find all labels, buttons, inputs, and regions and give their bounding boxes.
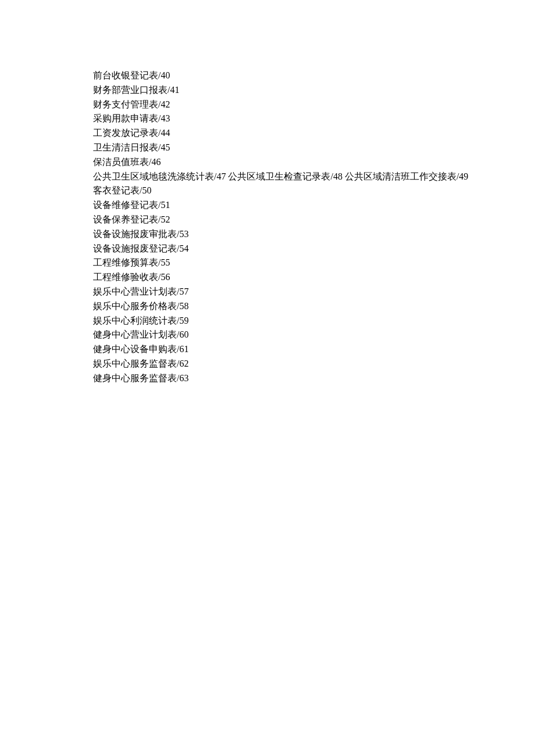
toc-entry: 娱乐中心利润统计表/59 [93, 316, 188, 325]
toc-entry-page: 62 [179, 359, 188, 368]
toc-entry-page: 42 [160, 99, 170, 109]
toc-line: 采购用款申请表/43 [93, 112, 512, 126]
document-page: 前台收银登记表/40财务部营业口报表/41财务支付管理表/42采购用款申请表/4… [0, 0, 535, 386]
toc-line: 健身中心营业计划表/60 [93, 328, 512, 342]
toc-entry-title: 保洁员值班表 [93, 157, 149, 167]
table-of-contents: 前台收银登记表/40财务部营业口报表/41财务支付管理表/42采购用款申请表/4… [93, 69, 512, 386]
toc-line: 设备设施报废审批表/53 [93, 227, 512, 242]
toc-entry-title: 娱乐中心服务价格表 [93, 301, 177, 311]
toc-entry: 公共区域清洁班工作交接表/49 [343, 171, 468, 181]
toc-line: 健身中心服务监督表/63 [93, 371, 512, 386]
toc-entry: 设备设施报废登记表/54 [93, 243, 188, 253]
toc-entry: 娱乐中心服务监督表/62 [93, 359, 188, 368]
toc-line: 财务支付管理表/42 [93, 98, 512, 112]
toc-entry: 设备维修登记表/51 [93, 200, 170, 210]
toc-entry-title: 前台收银登记表 [93, 70, 158, 80]
toc-entry-page: 53 [179, 229, 188, 239]
toc-entry-title: 工程维修验收表 [93, 272, 158, 282]
toc-line: 客衣登记表/50 [93, 184, 512, 198]
toc-entry: 工程维修预算表/55 [93, 257, 170, 267]
toc-entry: 卫生清洁日报表/45 [93, 142, 170, 152]
toc-entry-page: 60 [179, 329, 188, 339]
toc-entry: 设备保养登记表/52 [93, 214, 170, 224]
toc-line: 娱乐中心服务监督表/62 [93, 357, 512, 371]
toc-entry-title: 公共区域清洁班工作交接表 [345, 171, 456, 181]
toc-entry-title: 设备保养登记表 [93, 214, 158, 224]
toc-line: 公共卫生区域地毯洗涤统计表/47公共区域卫生检查记录表/48公共区域清洁班工作交… [93, 170, 512, 184]
toc-entry: 设备设施报废审批表/53 [93, 229, 188, 239]
toc-line: 前台收银登记表/40 [93, 69, 512, 83]
toc-entry-page: 50 [142, 185, 151, 195]
toc-entry-page: 51 [160, 200, 170, 210]
toc-line: 工程维修预算表/55 [93, 256, 512, 270]
toc-entry-title: 客衣登记表 [93, 185, 140, 195]
toc-entry-title: 公共区域卫生检查记录表 [228, 171, 330, 181]
toc-entry: 采购用款申请表/43 [93, 113, 170, 123]
toc-entry-page: 55 [160, 257, 170, 267]
toc-entry-page: 49 [459, 171, 468, 181]
toc-entry: 工程维修验收表/56 [93, 272, 170, 282]
toc-entry-title: 工资发放记录表 [93, 128, 158, 138]
toc-entry-title: 娱乐中心营业计划表 [93, 286, 177, 296]
toc-entry-title: 设备设施报废登记表 [93, 243, 177, 253]
toc-entry-page: 45 [160, 142, 170, 152]
toc-line: 保洁员值班表/46 [93, 155, 512, 170]
toc-entry-title: 工程维修预算表 [93, 257, 158, 267]
toc-entry: 公共卫生区域地毯洗涤统计表/47 [93, 171, 226, 181]
toc-entry-title: 财务部营业口报表 [93, 85, 167, 95]
toc-entry-page: 46 [151, 157, 160, 167]
toc-entry: 工资发放记录表/44 [93, 128, 170, 138]
toc-entry: 财务部营业口报表/41 [93, 85, 179, 95]
toc-entry-page: 58 [179, 301, 188, 311]
toc-entry-title: 娱乐中心服务监督表 [93, 359, 177, 368]
toc-entry-title: 娱乐中心利润统计表 [93, 316, 177, 325]
toc-line: 财务部营业口报表/41 [93, 83, 512, 98]
toc-entry-page: 43 [160, 113, 170, 123]
toc-entry-title: 财务支付管理表 [93, 99, 158, 109]
toc-entry-page: 40 [160, 70, 170, 80]
toc-entry-page: 47 [216, 171, 226, 181]
toc-line: 设备保养登记表/52 [93, 213, 512, 227]
toc-entry: 娱乐中心营业计划表/57 [93, 286, 188, 296]
toc-entry-title: 健身中心设备申购表 [93, 344, 177, 354]
toc-entry-page: 41 [170, 85, 179, 95]
toc-entry-title: 采购用款申请表 [93, 113, 158, 123]
toc-entry-title: 卫生清洁日报表 [93, 142, 158, 152]
toc-line: 工资发放记录表/44 [93, 126, 512, 141]
toc-entry-title: 公共卫生区域地毯洗涤统计表 [93, 171, 214, 181]
toc-entry-page: 63 [179, 373, 188, 383]
toc-entry-page: 54 [179, 243, 188, 253]
toc-entry-page: 56 [160, 272, 170, 282]
toc-line: 设备设施报废登记表/54 [93, 242, 512, 256]
toc-entry: 财务支付管理表/42 [93, 99, 170, 109]
toc-line: 设备维修登记表/51 [93, 198, 512, 213]
toc-line: 娱乐中心服务价格表/58 [93, 299, 512, 314]
toc-entry: 健身中心设备申购表/61 [93, 344, 188, 354]
toc-entry: 前台收银登记表/40 [93, 70, 170, 80]
toc-entry-page: 57 [179, 286, 188, 296]
toc-entry-page: 44 [160, 128, 170, 138]
toc-entry-page: 52 [160, 214, 170, 224]
toc-line: 娱乐中心营业计划表/57 [93, 285, 512, 299]
toc-entry-page: 48 [333, 171, 343, 181]
toc-entry-page: 59 [179, 316, 188, 325]
toc-entry-page: 61 [179, 344, 188, 354]
toc-entry: 保洁员值班表/46 [93, 157, 160, 167]
toc-line: 健身中心设备申购表/61 [93, 342, 512, 357]
toc-entry-title: 设备设施报废审批表 [93, 229, 177, 239]
toc-entry-title: 健身中心服务监督表 [93, 373, 177, 383]
toc-entry: 客衣登记表/50 [93, 185, 151, 195]
toc-entry-title: 设备维修登记表 [93, 200, 158, 210]
toc-entry-title: 健身中心营业计划表 [93, 329, 177, 339]
toc-entry: 健身中心服务监督表/63 [93, 373, 188, 383]
toc-line: 工程维修验收表/56 [93, 270, 512, 285]
toc-entry: 健身中心营业计划表/60 [93, 329, 188, 339]
toc-line: 娱乐中心利润统计表/59 [93, 314, 512, 328]
toc-line: 卫生清洁日报表/45 [93, 141, 512, 155]
toc-entry: 公共区域卫生检查记录表/48 [226, 171, 342, 181]
toc-entry: 娱乐中心服务价格表/58 [93, 301, 188, 311]
